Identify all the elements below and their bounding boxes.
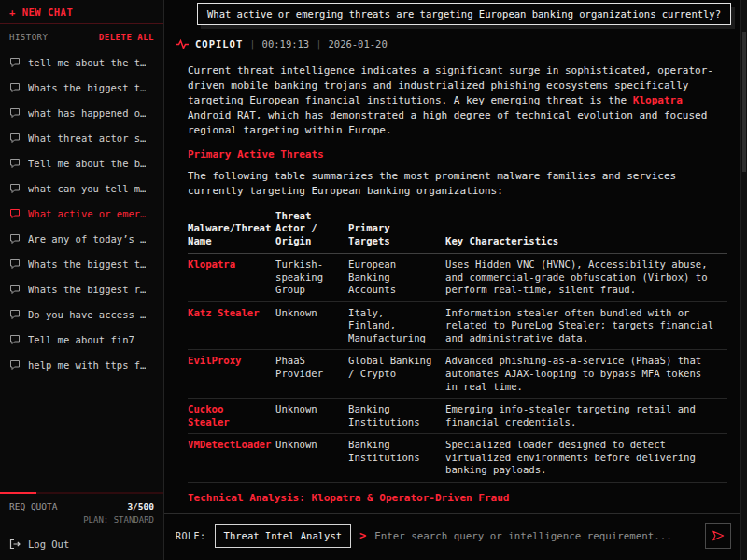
pulse-icon [176,38,189,49]
chat-bubble-icon [9,259,21,270]
history-item[interactable]: Do you have access … [0,301,163,327]
separator: | [249,38,255,49]
threat-table-body: Klopatra Turkish-speaking Group European… [188,254,727,483]
threat-table-head: Malware/Threat Name Threat Actor / Origi… [188,207,727,254]
quota-value: 3/500 [127,501,154,511]
cell-key-characteristics: Specialized loader designed to detect vi… [445,434,727,483]
history-item-label: Are any of today’s … [28,233,146,245]
chat-bubble-icon [9,233,21,245]
cell-malware-name: Klopatra [188,254,275,302]
main-panel: What active or emerging threats are targ… [164,0,740,560]
history-item[interactable]: Tell me about fin7 [0,327,163,352]
quota-progress [0,492,163,494]
chat-bubble-icon [9,284,21,295]
chat-bubble-icon [9,208,21,219]
history-item[interactable]: what can you tell m… [0,175,163,201]
history-item-label: Whats the biggest r… [28,284,146,295]
cell-primary-targets: Italy, Finland, Manufacturing [348,301,445,350]
chat-bubble-icon [9,133,21,144]
logout-icon [9,539,21,550]
delete-all-button[interactable]: DELETE ALL [99,33,154,42]
history-item-label: What threat actor s… [28,133,146,144]
copilot-header: COPILOT | 00:19:13 | 2026-01-20 [164,25,740,54]
chat-bubble-icon [9,183,21,194]
scrollbar-thumb[interactable] [742,32,746,172]
app-window: + NEW CHAT HISTORY DELETE ALL tell me ab… [0,0,747,560]
table-intro-paragraph: The following table summarizes the most … [188,169,727,199]
quota-progress-fill [0,492,36,494]
chat-bubble-icon [9,107,21,119]
query-row: What active or emerging threats are targ… [164,0,740,25]
chat-bubble-icon [9,309,21,320]
cell-malware-name: Cuckoo Stealer [188,399,275,434]
history-item[interactable]: Whats the biggest t… [0,251,163,276]
history-header: HISTORY DELETE ALL [0,24,163,46]
cell-malware-name: Katz Stealer [188,301,275,350]
history-item[interactable]: Tell me about the b… [0,150,163,175]
scrollbar[interactable] [740,0,747,560]
history-item[interactable]: Are any of today’s … [0,226,163,251]
cell-threat-actor: Turkish-speaking Group [275,254,348,302]
separator: | [316,38,321,49]
quota-label: REQ QUOTA [9,501,57,511]
chat-bubble-icon [9,57,21,68]
history-item-label: Tell me about the b… [28,158,146,169]
section-heading-primary-active-threats: Primary Active Threats [188,147,727,162]
cell-threat-actor: Unknown [275,301,348,350]
history-item[interactable]: Whats the biggest t… [0,75,163,100]
threat-table: Malware/Threat Name Threat Actor / Origi… [188,207,727,483]
cell-malware-name: EvilProxy [188,350,275,399]
history-item[interactable]: What threat actor s… [0,125,163,150]
threat-table-row: Cuckoo Stealer Unknown Banking Instituti… [188,399,727,434]
history-item[interactable]: tell me about the t… [0,49,163,75]
search-input[interactable] [374,530,697,542]
history-item-label: what can you tell m… [28,183,146,194]
response-date: 2026-01-20 [329,38,388,49]
history-item[interactable]: Whats the biggest r… [0,276,163,301]
chat-bubble-icon [9,158,21,169]
history-item[interactable]: what has happened o… [0,100,163,125]
assistant-response: Current threat intelligence indicates a … [176,56,731,508]
history-item-label: Do you have access … [28,309,146,320]
quota-row: REQ QUOTA 3/500 [0,494,163,511]
plan-label: PLAN: STANDARD [0,511,163,530]
logout-button[interactable]: Log Out [0,530,163,560]
cell-threat-actor: PhaaS Provider [275,350,348,399]
col-header-primary-targets: Primary Targets [348,207,445,254]
intro-text-post: Android RAT, which has demonstrated a hi… [188,109,707,136]
history-item-label: Whats the biggest t… [28,82,146,93]
history-item[interactable]: help me with ttps f… [0,352,163,377]
send-button[interactable] [705,523,731,549]
chat-bubble-icon [9,82,21,93]
history-item-label: tell me about the t… [28,57,146,68]
sidebar: + NEW CHAT HISTORY DELETE ALL tell me ab… [0,0,164,560]
prompt-caret: > [359,529,366,542]
klopatra-highlight: Klopatra [633,94,683,106]
user-query-message: What active or emerging threats are targ… [197,3,731,25]
cell-key-characteristics: Uses Hidden VNC (HVNC), Accessibility ab… [445,254,727,302]
cell-key-characteristics: Information stealer often bundled with o… [445,301,727,350]
new-chat-button[interactable]: + NEW CHAT [0,0,163,24]
cell-key-characteristics: Emerging info-stealer targeting retail a… [445,399,727,434]
history-list: tell me about the t… Whats the biggest t… [0,46,163,492]
chat-bubble-icon [9,334,21,345]
role-label: ROLE: [176,531,206,541]
cell-key-characteristics: Advanced phishing-as-a-service (PhaaS) t… [445,350,727,399]
copilot-name: COPILOT [195,38,243,49]
response-time: 00:19:13 [262,38,310,49]
history-item[interactable]: What active or emer… [0,201,163,226]
logout-label: Log Out [28,539,69,550]
history-item-label: help me with ttps f… [28,359,146,371]
cell-primary-targets: Global Banking / Crypto [348,350,445,399]
threat-table-row: EvilProxy PhaaS Provider Global Banking … [188,350,727,399]
history-item-label: Tell me about fin7 [28,334,134,345]
input-bar: ROLE: Threat Intel Analyst > [164,513,740,560]
threat-table-row: VMDetectLoader Unknown Banking Instituti… [188,434,727,483]
role-selector[interactable]: Threat Intel Analyst [215,524,351,548]
history-item-label: What active or emer… [28,208,146,219]
col-header-malware-name: Malware/Threat Name [188,207,275,254]
chat-bubble-icon [9,359,21,371]
history-item-label: Whats the biggest t… [28,259,146,270]
col-header-threat-actor: Threat Actor / Origin [275,207,348,254]
cell-threat-actor: Unknown [275,399,348,434]
